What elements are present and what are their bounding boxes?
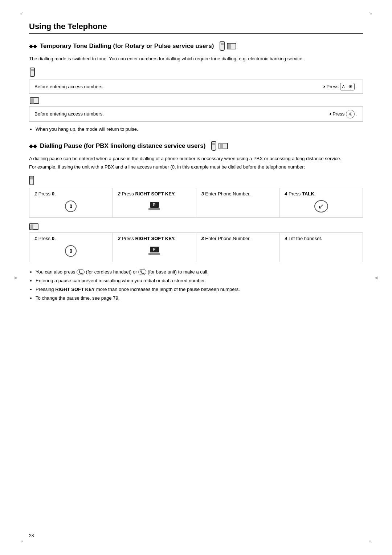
section2-bullet4: To change the pause time, see page 79. xyxy=(36,294,363,302)
cordless-step1: 1 Press 0. 0 xyxy=(29,188,113,217)
corner-mark-mr: ◀ xyxy=(375,275,377,280)
cordless-icon-row1 xyxy=(29,68,363,78)
section1-title: ◆◆ Temporary Tone Dialling (for Rotary o… xyxy=(29,41,363,51)
base-icon-title2 xyxy=(219,143,228,149)
base-step1-icon: 0 xyxy=(34,244,107,258)
base-step1: 1 Press 0. 0 xyxy=(29,233,113,262)
section1-intro: The dialling mode is switched to tone. Y… xyxy=(29,55,363,62)
base-step3-icon xyxy=(201,244,274,258)
corner-mark-br: ↖ xyxy=(369,539,372,544)
base-icon-row1 xyxy=(29,97,363,105)
base-press-label: Press xyxy=(332,111,344,117)
section1-bullets: When you hang up, the mode will return t… xyxy=(36,125,363,133)
cordless-step3: 3 Enter Phone Number. xyxy=(196,188,280,217)
base-small-icon xyxy=(30,97,39,104)
cordless-small-icon2 xyxy=(29,176,34,185)
section2-title: ◆◆ Dialling Pause (for PBX line/long dis… xyxy=(29,141,363,151)
cordless-step1-label: 1 Press 0. xyxy=(34,191,107,197)
cordless-step4: 4 Press TALK. ↙ xyxy=(279,188,363,217)
section2-bullet3: Pressing RIGHT SOFT KEY more than once i… xyxy=(36,285,363,293)
base-steps-row: 1 Press 0. 0 2 Press RIGHT SOFT KEY. P xyxy=(29,233,363,262)
base-block-1: Before entering access numbers. Press ✳ … xyxy=(29,97,363,122)
section2-bullet2: Entering a pause can prevent misdialling… xyxy=(36,277,363,285)
base-press-row: Press ✳ . xyxy=(329,110,358,118)
section2-intro2: For example, if using the unit with a PB… xyxy=(29,163,363,171)
base-step3-label: 3 Enter Phone Number. xyxy=(201,236,274,241)
page-number: 28 xyxy=(29,533,34,538)
base-small-icon2 xyxy=(29,223,38,230)
tone-button-icon: A→✳ xyxy=(340,83,355,90)
cordless-icon-row2 xyxy=(29,176,363,186)
call-btn-cordless-icon: 📞 xyxy=(77,269,85,275)
base-before-label: Before entering access numbers. xyxy=(34,111,104,117)
base-step4: 4 Lift the handset. xyxy=(279,233,363,262)
corner-mark-bl: ↗ xyxy=(20,539,23,544)
cordless-step3-icon xyxy=(201,199,274,213)
diamonds-icon-2: ◆◆ xyxy=(29,143,37,149)
base-step4-icon xyxy=(285,244,358,258)
section2-bullets: You can also press 📞 (for cordless hands… xyxy=(36,268,363,302)
cordless-small-icon xyxy=(30,68,35,77)
zero-button: 0 xyxy=(65,200,77,212)
section2-bullet1: You can also press 📞 (for cordless hands… xyxy=(36,268,363,276)
base-steps-box: 1 Press 0. 0 2 Press RIGHT SOFT KEY. P xyxy=(29,232,363,262)
base-step4-label: 4 Lift the handset. xyxy=(285,236,358,241)
section1-bullet1: When you hang up, the mode will return t… xyxy=(36,125,363,133)
cordless-before-label: Before entering access numbers. xyxy=(34,84,104,89)
base-step2-icon: P xyxy=(118,244,191,258)
base-step2-label: 2 Press RIGHT SOFT KEY. xyxy=(118,236,191,241)
cordless-step4-icon: ↙ xyxy=(285,199,358,213)
star-button-icon: ✳ xyxy=(346,110,355,118)
section2-device-icons xyxy=(211,141,228,151)
corner-mark-ml: ▶ xyxy=(15,275,17,280)
page-title: Using the Telephone xyxy=(29,22,363,34)
cordless-step2: 2 Press RIGHT SOFT KEY. P xyxy=(113,188,196,217)
base-icon-row2 xyxy=(29,223,363,231)
arrow-icon-1 xyxy=(323,85,325,88)
p-button: P xyxy=(148,202,160,210)
cordless-instruction-row: Before entering access numbers. Press A→… xyxy=(29,80,363,94)
arrow-icon-2 xyxy=(329,113,331,115)
base-icon-title xyxy=(227,43,236,49)
cordless-step4-label: 4 Press TALK. xyxy=(285,191,358,197)
cordless-step1-icon: 0 xyxy=(34,199,107,213)
corner-mark-tl: ↙ xyxy=(20,11,23,16)
cordless-steps-box: 1 Press 0. 0 2 Press RIGHT SOFT KEY. P xyxy=(29,188,363,218)
cordless-icon-title2 xyxy=(211,141,216,151)
base-p-button: P xyxy=(148,247,160,255)
cordless-block-1: Before entering access numbers. Press A→… xyxy=(29,68,363,94)
section1-device-icons xyxy=(220,41,236,51)
base-step1-label: 1 Press 0. xyxy=(34,236,107,241)
cordless-step3-label: 3 Enter Phone Number. xyxy=(201,191,274,197)
cordless-steps-row: 1 Press 0. 0 2 Press RIGHT SOFT KEY. P xyxy=(29,188,363,217)
base-zero-button: 0 xyxy=(65,245,77,257)
cordless-press-label: Press xyxy=(326,84,338,89)
corner-mark-tr: ↘ xyxy=(369,11,372,16)
cordless-press-row: Press A→✳ . xyxy=(323,83,358,90)
base-step2: 2 Press RIGHT SOFT KEY. P xyxy=(113,233,196,262)
section2-intro1: A dialling pause can be entered when a p… xyxy=(29,155,363,162)
cordless-step2-icon: P xyxy=(118,199,191,213)
base-instruction-row: Before entering access numbers. Press ✳ … xyxy=(29,106,363,122)
cordless-step2-label: 2 Press RIGHT SOFT KEY. xyxy=(118,191,191,197)
diamonds-icon: ◆◆ xyxy=(29,43,37,49)
cordless-icon-title xyxy=(220,41,225,51)
talk-button: ↙ xyxy=(314,200,328,212)
base-step3: 3 Enter Phone Number. xyxy=(196,233,280,262)
call-btn-base-icon: 📞 xyxy=(138,269,146,275)
